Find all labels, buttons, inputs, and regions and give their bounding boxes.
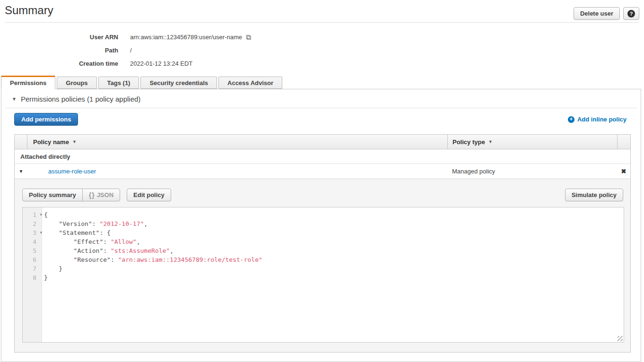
editor-resize-handle[interactable]: [618, 336, 623, 341]
fold-caret-icon[interactable]: ▾: [40, 210, 42, 219]
permissions-panel: ▼ Permissions policies (1 policy applied…: [1, 89, 641, 362]
plus-circle-icon: +: [568, 116, 574, 123]
json-view-button[interactable]: {} JSON: [82, 189, 120, 201]
section-divider: [5, 108, 637, 108]
path-label: Path: [0, 47, 118, 54]
code-line: 5 "Action": "sts:AssumeRole",: [23, 246, 624, 255]
braces-icon: {}: [89, 191, 95, 199]
tab-groups[interactable]: Groups: [57, 77, 96, 89]
path-row: Path /: [0, 43, 331, 57]
code-line: 2 "Version": "2012-10-17",: [23, 219, 624, 228]
code-line: 6 "Resource": "arn:aws:iam::123456789:ro…: [23, 255, 624, 264]
policy-detail-expanded: Policy summary {} JSON Edit policy Simul…: [15, 179, 630, 352]
policy-json-editor[interactable]: 1▾ { 2 "Version": "2012-10-17", 3▾ "Stat…: [22, 207, 624, 343]
policy-table-header: Policy name ▼ Policy type ▼: [15, 135, 630, 149]
row-expand-caret-icon[interactable]: ▼: [15, 169, 27, 174]
path-value: /: [130, 47, 132, 54]
creation-time-label: Creation time: [0, 60, 118, 67]
editor-content: 1▾ { 2 "Version": "2012-10-17", 3▾ "Stat…: [23, 210, 624, 282]
header-divider: [5, 22, 639, 23]
attached-directly-group-row: Attached directly: [15, 149, 630, 164]
code-line: 8 }: [23, 273, 624, 282]
tab-security-credentials[interactable]: Security credentials: [140, 77, 217, 89]
permissions-policies-heading-label: Permissions policies (1 policy applied): [21, 95, 140, 103]
user-arn-label: User ARN: [0, 34, 118, 41]
page-title: Summary: [5, 4, 53, 17]
actions-column-header: [617, 135, 630, 149]
iam-user-summary-page: Summary Delete user ? User ARN arn:aws:i…: [0, 0, 644, 362]
attached-directly-label: Attached directly: [20, 153, 70, 160]
policy-name-header-label: Policy name: [33, 138, 69, 146]
policy-type-value: Managed policy: [447, 168, 617, 175]
copy-icon[interactable]: ⧉: [246, 34, 251, 41]
add-permissions-button[interactable]: Add permissions: [14, 113, 78, 126]
code-line: 3▾ "Statement": {: [23, 228, 624, 237]
policy-name-link[interactable]: assume-role-user: [48, 168, 96, 175]
policy-summary-button[interactable]: Policy summary: [22, 189, 83, 201]
help-button[interactable]: ?: [623, 7, 639, 20]
creation-time-row: Creation time 2022-01-12 13:24 EDT: [0, 57, 331, 70]
delete-user-button[interactable]: Delete user: [574, 7, 620, 20]
collapse-caret-icon: ▼: [12, 96, 17, 102]
user-arn-value: arn:aws:iam::123456789:user/user-name: [130, 34, 242, 41]
user-info: User ARN arn:aws:iam::123456789:user/use…: [0, 30, 331, 70]
simulate-policy-button[interactable]: Simulate policy: [565, 189, 623, 201]
fold-caret-icon[interactable]: ▾: [40, 228, 42, 237]
question-mark-icon: ?: [627, 10, 635, 17]
edit-policy-button[interactable]: Edit policy: [127, 189, 171, 201]
code-line: 1▾ {: [23, 210, 624, 219]
sort-arrow-icon: ▼: [488, 139, 493, 144]
policy-row: ▼ assume-role-user Managed policy ✖: [15, 164, 630, 179]
add-inline-policy-link[interactable]: + Add inline policy: [568, 116, 627, 123]
policy-table: Policy name ▼ Policy type ▼ Attached dir…: [14, 134, 631, 353]
sort-arrow-icon: ▼: [72, 139, 77, 144]
tab-access-advisor[interactable]: Access Advisor: [218, 77, 282, 89]
expand-column-header: [15, 135, 27, 149]
permissions-policies-heading[interactable]: ▼ Permissions policies (1 policy applied…: [12, 95, 140, 103]
detach-policy-x-icon[interactable]: ✖: [617, 168, 630, 175]
tab-permissions[interactable]: Permissions: [1, 76, 55, 89]
header-actions: Delete user ?: [574, 7, 639, 20]
code-line: 4 "Effect": "Allow",: [23, 237, 624, 246]
tab-tags[interactable]: Tags (1): [98, 77, 139, 89]
user-arn-row: User ARN arn:aws:iam::123456789:user/use…: [0, 30, 331, 43]
code-line: 7 }: [23, 264, 624, 273]
policy-type-header-label: Policy type: [453, 138, 485, 146]
policy-name-column-header[interactable]: Policy name ▼: [27, 135, 447, 149]
json-button-label: JSON: [97, 191, 113, 198]
policy-type-column-header[interactable]: Policy type ▼: [447, 135, 617, 149]
tab-bar: Permissions Groups Tags (1) Security cre…: [1, 76, 284, 89]
policy-detail-toolbar: Policy summary {} JSON Edit policy Simul…: [22, 189, 623, 201]
creation-time-value: 2022-01-12 13:24 EDT: [130, 60, 192, 67]
add-inline-policy-label: Add inline policy: [577, 116, 627, 123]
